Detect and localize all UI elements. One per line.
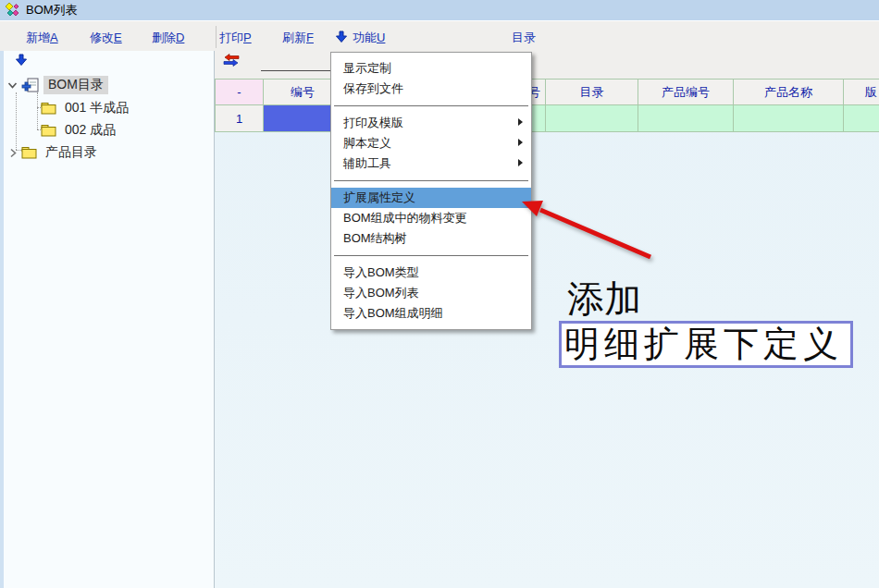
tree-connector [16, 92, 17, 150]
table-cell[interactable] [734, 105, 844, 132]
function-menu: 显示定制 保存到文件 打印及模版 脚本定义 辅助工具 扩展属性定义 BOM组成中… [330, 52, 532, 330]
swap-columns-icon[interactable] [222, 54, 241, 67]
submenu-arrow-icon [518, 159, 523, 166]
tree-panel: BOM目录 001 半成品 002 成品 产品目录 [0, 51, 214, 588]
table-cell[interactable] [638, 105, 734, 132]
menu-separator [334, 180, 528, 181]
menu-item-aux-tools[interactable]: 辅助工具 [331, 153, 531, 174]
function-button[interactable]: 功能U [353, 30, 385, 46]
folder-icon [21, 146, 37, 159]
submenu-arrow-icon [518, 118, 523, 126]
tree-item-label[interactable]: 001 半成品 [60, 99, 133, 117]
annotation-line1: 添加 [567, 274, 641, 325]
tree-item-label[interactable]: 产品目录 [41, 143, 102, 162]
chevron-right-icon[interactable] [9, 148, 18, 158]
toolbar: 新增A 修改E 删除D 打印P 刷新F 功能U 目录 [0, 20, 879, 51]
menu-separator [334, 105, 528, 106]
toolbar-separator [216, 26, 217, 48]
delete-button[interactable]: 删除D [152, 30, 184, 46]
menu-item-extended-attributes[interactable]: 扩展属性定义 [331, 188, 531, 208]
column-header-product-number[interactable]: 产品编号 [638, 79, 734, 105]
directory-button[interactable]: 目录 [512, 30, 536, 46]
tree-item-label[interactable]: BOM目录 [43, 76, 108, 94]
menu-item-print-templates[interactable]: 打印及模版 [331, 113, 531, 133]
annotation-line2: 明细扩展下定义 [559, 321, 853, 368]
column-header-product-name[interactable]: 产品名称 [734, 79, 844, 105]
submenu-arrow-icon [518, 139, 523, 146]
edit-button[interactable]: 修改E [90, 30, 122, 46]
bom-grid-panel: - 编号 号 目录 产品编号 产品名称 版 1 [215, 51, 879, 588]
menu-item-script-define[interactable]: 脚本定义 [331, 133, 531, 153]
tree-item-bom-directory[interactable]: BOM目录 [7, 76, 108, 94]
menu-item-import-bom-list[interactable]: 导入BOM列表 [331, 283, 531, 303]
window-title: BOM列表 [26, 2, 78, 18]
add-button[interactable]: 新增A [26, 30, 58, 46]
tree-item-label[interactable]: 002 成品 [60, 121, 120, 140]
menu-item-bom-material-change[interactable]: BOM组成中的物料变更 [331, 208, 531, 228]
column-header-directory[interactable]: 目录 [546, 79, 638, 105]
refresh-button[interactable]: 刷新F [282, 30, 314, 46]
folder-icon [41, 124, 56, 137]
menu-separator [334, 255, 528, 256]
menu-item-display-custom[interactable]: 显示定制 [331, 58, 531, 79]
column-header-version[interactable]: 版 [844, 79, 879, 105]
print-button[interactable]: 打印P [219, 30, 252, 46]
quick-filter-field[interactable] [261, 70, 331, 71]
tree-item-001[interactable]: 001 半成品 [41, 99, 133, 117]
menu-item-bom-structure-tree[interactable]: BOM结构树 [331, 228, 531, 249]
titlebar: BOM列表 [0, 0, 879, 20]
chevron-down-icon[interactable] [7, 81, 18, 90]
bom-document-icon [21, 78, 40, 93]
menu-item-import-bom-detail[interactable]: 导入BOM组成明细 [331, 303, 531, 324]
table-cell[interactable] [546, 105, 638, 132]
grid-toolbar-strip [215, 51, 879, 79]
table-cell[interactable] [844, 105, 879, 132]
down-arrow-icon [335, 31, 348, 43]
tree-item-002[interactable]: 002 成品 [41, 121, 120, 140]
menu-item-save-to-file[interactable]: 保存到文件 [331, 79, 531, 99]
down-arrow-icon[interactable] [15, 54, 28, 67]
tree-item-product-directory[interactable]: 产品目录 [9, 143, 102, 162]
window-left-edge [0, 51, 4, 588]
bom-list-window: BOM列表 新增A 修改E 删除D 打印P 刷新F 功能U 目录 [0, 0, 879, 588]
menu-item-import-bom-type[interactable]: 导入BOM类型 [331, 263, 531, 283]
column-header-indicator[interactable]: - [215, 79, 264, 105]
row-number-cell[interactable]: 1 [215, 105, 264, 132]
bom-app-icon [5, 3, 20, 18]
tree-connector [37, 92, 38, 129]
folder-icon [41, 102, 56, 115]
